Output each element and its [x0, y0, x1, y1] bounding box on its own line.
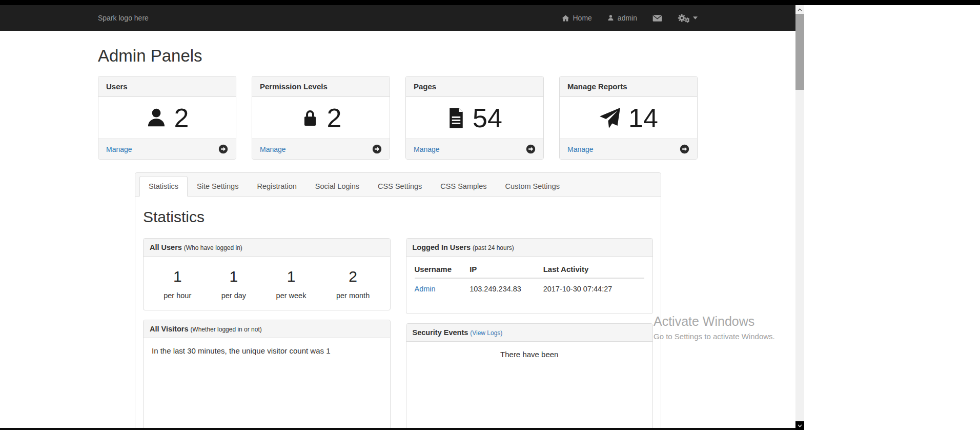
logged-in-users-body: Username IP Last Activity Admin: [406, 257, 653, 314]
panel-card-title: Pages: [406, 76, 543, 97]
all-visitors-subtitle: (Whether logged in or not): [190, 326, 261, 333]
navbar: Spark logo here Home admin: [0, 5, 795, 31]
panel-card-body: 2: [252, 97, 390, 139]
panel-count: 2: [174, 103, 189, 133]
all-visitors-panel: All Visitors (Whether logged in or not) …: [143, 320, 391, 430]
user-icon: [607, 14, 614, 22]
panel-card-title: Manage Reports: [560, 76, 697, 97]
tab-social-logins[interactable]: Social Logins: [306, 176, 369, 197]
statistics-heading: Statistics: [143, 208, 653, 226]
statistics-tab-content: Statistics All Users (Who have logged in…: [135, 197, 661, 430]
panel-count: 14: [628, 103, 658, 133]
view-logs-link[interactable]: (View Logs): [470, 329, 502, 337]
window-bottom-edge: [0, 428, 804, 430]
stat-per-month: 2 per month: [336, 268, 370, 300]
manage-users-link[interactable]: Manage: [106, 145, 132, 153]
col-ip: IP: [469, 260, 543, 278]
cell-last-activity: 2017-10-30 07:44:27: [543, 278, 644, 306]
col-last-activity: Last Activity: [543, 260, 644, 278]
file-text-icon: [447, 107, 465, 129]
security-events-header: Security Events (View Logs): [406, 324, 653, 342]
navbar-right: Home admin: [562, 13, 698, 23]
stat-per-week: 1 per week: [276, 268, 307, 300]
logged-in-users-table: Username IP Last Activity Admin: [415, 260, 645, 306]
vertical-scrollbar[interactable]: [795, 5, 804, 430]
tab-site-settings[interactable]: Site Settings: [188, 176, 248, 197]
stat-label: per month: [336, 291, 370, 300]
admin-panels-row: Users 2 Manage Permission Levels: [90, 76, 705, 160]
security-events-text: There have been: [406, 342, 653, 430]
settings-tabs: Statistics Site Settings Registration So…: [135, 173, 661, 197]
arrow-circle-right-icon[interactable]: [680, 144, 689, 154]
paper-plane-icon: [599, 107, 621, 129]
panel-card-footer: Manage: [560, 139, 697, 159]
tab-css-settings[interactable]: CSS Settings: [369, 176, 431, 197]
panel-card-body: 54: [406, 97, 543, 139]
scroll-up-button[interactable]: [795, 5, 804, 14]
nav-home[interactable]: Home: [562, 14, 592, 22]
user-icon: [146, 107, 167, 129]
stat-value: 1: [276, 268, 307, 285]
stat-per-hour: 1 per hour: [164, 268, 191, 300]
arrow-circle-right-icon[interactable]: [526, 144, 536, 154]
settings-panel: Statistics Site Settings Registration So…: [135, 172, 661, 430]
caret-down-icon: [693, 16, 698, 19]
window-top-edge: [0, 0, 980, 5]
panel-card-footer: Manage: [406, 139, 543, 159]
stat-value: 1: [164, 268, 191, 285]
main-content: Admin Panels Users 2 Manage: [0, 31, 795, 430]
arrow-circle-right-icon[interactable]: [372, 144, 382, 154]
nav-user[interactable]: admin: [607, 14, 637, 22]
logged-in-users-panel: Logged In Users (past 24 hours) Username: [406, 238, 654, 314]
tab-statistics[interactable]: Statistics: [139, 176, 188, 197]
all-users-header: All Users (Who have logged in): [144, 239, 390, 257]
manage-reports-link[interactable]: Manage: [567, 145, 594, 153]
logged-in-users-header: Logged In Users (past 24 hours): [406, 239, 653, 257]
stat-label: per week: [276, 291, 307, 300]
nav-user-label: admin: [618, 14, 637, 22]
security-events-panel: Security Events (View Logs) There have b…: [406, 323, 654, 430]
stat-value: 2: [336, 268, 370, 285]
envelope-icon: [652, 14, 662, 22]
tab-css-samples[interactable]: CSS Samples: [431, 176, 496, 197]
gears-icon: [678, 13, 689, 23]
navbar-container: Spark logo here Home admin: [90, 5, 705, 31]
panel-card-title: Permission Levels: [252, 76, 390, 97]
panel-card-body: 14: [560, 97, 697, 139]
stat-label: per day: [221, 291, 246, 300]
panel-card-title: Users: [98, 76, 236, 97]
scrollbar-thumb[interactable]: [795, 14, 804, 90]
panel-card-users: Users 2 Manage: [98, 76, 236, 160]
all-visitors-text: In the last 30 minutes, the unique visit…: [144, 338, 390, 430]
all-users-panel: All Users (Who have logged in) 1 per hou…: [143, 238, 391, 310]
tab-custom-settings[interactable]: Custom Settings: [496, 176, 569, 197]
settings-panel-wrap: Statistics Site Settings Registration So…: [135, 172, 661, 430]
scroll-down-button[interactable]: [795, 421, 804, 430]
security-events-title: Security Events: [413, 328, 468, 337]
arrow-circle-right-icon[interactable]: [218, 144, 228, 154]
nav-messages[interactable]: [652, 14, 662, 22]
brand-logo[interactable]: Spark logo here: [98, 14, 149, 22]
manage-pages-link[interactable]: Manage: [414, 145, 440, 153]
nav-home-label: Home: [573, 14, 592, 22]
panel-card-footer: Manage: [98, 139, 236, 159]
logged-in-users-subtitle: (past 24 hours): [473, 244, 514, 251]
stat-per-day: 1 per day: [221, 268, 246, 300]
panel-card-body: 2: [98, 97, 236, 139]
all-visitors-title: All Visitors: [150, 325, 188, 333]
manage-permissions-link[interactable]: Manage: [260, 145, 286, 153]
tab-registration[interactable]: Registration: [248, 176, 305, 197]
panel-card-footer: Manage: [252, 139, 390, 159]
stats-left-column: All Users (Who have logged in) 1 per hou…: [143, 238, 391, 430]
all-visitors-header: All Visitors (Whether logged in or not): [144, 320, 390, 338]
cell-ip: 103.249.234.83: [469, 278, 543, 306]
username-link[interactable]: Admin: [415, 285, 436, 293]
panel-card-permission-levels: Permission Levels 2 Manage: [252, 76, 390, 160]
stat-value: 1: [221, 268, 246, 285]
panel-count: 54: [473, 103, 502, 133]
lock-icon: [300, 107, 320, 129]
stat-label: per hour: [164, 291, 191, 300]
logged-in-users-title: Logged In Users: [413, 243, 471, 251]
nav-settings-dropdown[interactable]: [678, 13, 698, 23]
col-username: Username: [415, 260, 470, 278]
